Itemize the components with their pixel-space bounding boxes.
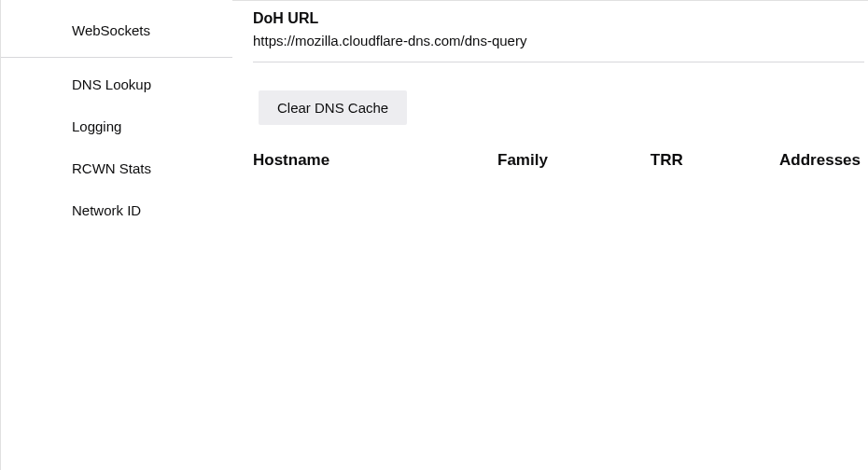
sidebar-item-logging[interactable]: Logging xyxy=(1,105,232,147)
sidebar-item-dns-lookup[interactable]: DNS Lookup xyxy=(1,63,232,105)
column-header-family: Family xyxy=(497,144,651,177)
action-row: Clear DNS Cache xyxy=(253,62,864,144)
sidebar-item-label: RCWN Stats xyxy=(72,160,151,176)
doh-url-value: https://mozilla.cloudflare-dns.com/dns-q… xyxy=(253,33,864,48)
doh-url-label: DoH URL xyxy=(253,10,864,27)
sidebar-item-websockets[interactable]: WebSockets xyxy=(1,9,232,51)
clear-dns-cache-button[interactable]: Clear DNS Cache xyxy=(259,90,407,125)
sidebar-item-label: Network ID xyxy=(72,202,141,218)
column-header-trr: TRR xyxy=(651,144,761,177)
dns-table-head: Hostname Family TRR Addresses xyxy=(253,144,864,177)
sidebar-item-label: Logging xyxy=(72,118,121,134)
main-content: DoH URL https://mozilla.cloudflare-dns.c… xyxy=(232,0,868,470)
dns-table: Hostname Family TRR Addresses xyxy=(253,144,864,177)
sidebar-item-label: DNS Lookup xyxy=(72,76,151,92)
column-header-addresses: Addresses xyxy=(761,144,864,177)
sidebar-item-rcwn-stats[interactable]: RCWN Stats xyxy=(1,147,232,189)
app-layout: WebSockets DNS Lookup Logging RCWN Stats… xyxy=(1,0,868,470)
doh-url-row: DoH URL https://mozilla.cloudflare-dns.c… xyxy=(253,1,864,62)
column-header-hostname: Hostname xyxy=(253,144,497,177)
sidebar-item-network-id[interactable]: Network ID xyxy=(1,189,232,231)
sidebar: WebSockets DNS Lookup Logging RCWN Stats… xyxy=(1,0,232,470)
dns-table-header-row: Hostname Family TRR Addresses xyxy=(253,144,864,177)
sidebar-divider xyxy=(1,57,232,58)
sidebar-item-label: WebSockets xyxy=(72,22,150,38)
